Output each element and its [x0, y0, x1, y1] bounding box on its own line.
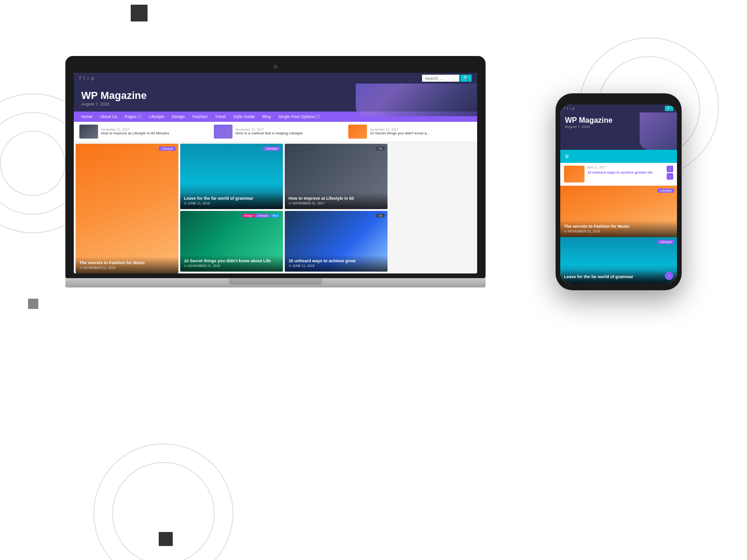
card-tag-5: De: [376, 214, 385, 217]
search-button[interactable]: 🔍: [460, 75, 472, 82]
phone-article-thumb: [564, 166, 585, 182]
laptop: f t i p 🔍 WP Magazine August 7, 2023: [65, 56, 486, 287]
laptop-stand: [229, 278, 322, 285]
breaking-news-bar: November 21, 2017 How to Improve at Life…: [74, 122, 477, 142]
next-arrow[interactable]: ›: [667, 173, 673, 180]
tag-blue-4: Blue: [271, 214, 280, 217]
breaking-title-3[interactable]: 10 Secret things you didn't know a...: [370, 131, 430, 135]
phone-article-text: April 21, 2017 15 unheard ways to achiev…: [587, 166, 653, 175]
nav-trend[interactable]: Trend: [211, 112, 229, 122]
phone-facebook-icon[interactable]: f: [564, 106, 565, 111]
article-grid: Lifestyle The secrets to Fashion for Mus…: [74, 142, 477, 273]
card-overlay-5: 15 unheard ways to achieve great ⊙ JUNE …: [285, 255, 388, 272]
phone-notch: [600, 93, 637, 102]
scroll-up-button[interactable]: ↑: [665, 272, 673, 280]
card-overlay-1: The secrets to Fashion for Music ⊙ NOVEM…: [76, 257, 178, 273]
pinterest-icon[interactable]: p: [92, 76, 94, 81]
card-title-2: Leave for the far world of grammar: [184, 196, 279, 201]
phone-card-title-2: Leave for the far world of grammar: [564, 274, 673, 279]
logo-area: WP Magazine August 7, 2023: [81, 90, 147, 106]
phone-header-image: [640, 112, 677, 150]
laptop-screen: f t i p 🔍 WP Magazine August 7, 2023: [74, 73, 477, 273]
nav-home[interactable]: Home: [78, 112, 96, 122]
tag-design-4: Design: [242, 214, 255, 217]
hamburger-icon[interactable]: ≡: [565, 153, 569, 160]
phone-search-button[interactable]: 🔍: [665, 106, 673, 111]
card-date-2: ⊙ JUNE 11, 2018: [184, 202, 279, 205]
nav-pages[interactable]: Pages ☐: [121, 112, 145, 122]
breaking-title-1[interactable]: How to Improve at Lifestyle in 60 Minute…: [101, 131, 169, 135]
card-overlay-3: How to Improve at Lifestyle in 60 ⊙ NOVE…: [285, 192, 388, 209]
phone-twitter-icon[interactable]: t: [567, 106, 568, 111]
breaking-date-2: November 21, 2017: [235, 128, 303, 131]
breaking-date-1: November 21, 2017: [101, 128, 169, 131]
phone-card-title-1: The secrets to Fashion for Music: [564, 224, 673, 229]
nav-style-guide[interactable]: Style Guide: [229, 112, 259, 122]
breaking-text-1: November 21, 2017 How to Improve at Life…: [101, 128, 169, 135]
laptop-screen-outer: f t i p 🔍 WP Magazine August 7, 2023: [65, 56, 486, 278]
nav-design[interactable]: Design: [168, 112, 189, 122]
card-tags-4: Design Lifestyle Blue: [242, 214, 280, 217]
breaking-text-3: November 21, 2017 10 Secret things you d…: [370, 128, 430, 135]
card-tag-3: De: [376, 147, 385, 150]
phone-screen: f t i p 🔍 WP Magazine August 7, 2023 ≡: [560, 105, 677, 284]
card-date-3: ⊙ NOVEMBER 21, 2017: [289, 202, 384, 205]
card-title-5: 15 unheard ways to achieve great: [289, 259, 384, 263]
site-title: WP Magazine: [81, 90, 147, 102]
phone-nav-arrows: ‹ ›: [667, 166, 673, 180]
card-date-5: ⊙ JUNE 11, 2018: [289, 264, 384, 268]
phone-instagram-icon[interactable]: i: [570, 106, 571, 111]
phone-article-date: April 21, 2017: [587, 166, 653, 169]
breaking-text-2: November 21, 2017 Here is a method that …: [235, 128, 303, 135]
twitter-icon[interactable]: t: [84, 76, 85, 81]
grid-card-3[interactable]: De How to Improve at Lifestyle in 60 ⊙ N…: [285, 144, 388, 209]
search-input[interactable]: [422, 75, 459, 82]
phone-pinterest-icon[interactable]: p: [572, 106, 574, 111]
grid-card-5[interactable]: De 15 unheard ways to achieve great ⊙ JU…: [285, 211, 388, 272]
phone-article-title[interactable]: 15 unheard ways to achieve greater life: [587, 170, 653, 175]
card-overlay-4: 10 Secret things you didn't know about L…: [180, 255, 283, 272]
instagram-icon[interactable]: i: [88, 76, 89, 81]
nav-about[interactable]: About Us: [96, 112, 121, 122]
card-title-4: 10 Secret things you didn't know about L…: [184, 259, 279, 263]
phone-card-tag-1: Lifestyle: [657, 189, 674, 193]
tag-lifestyle-4: Lifestyle: [256, 214, 270, 217]
phone-card-date-1: ⊙ NOVEMBER 21, 2018: [564, 230, 673, 233]
prev-arrow[interactable]: ‹: [667, 166, 673, 172]
search-area[interactable]: 🔍: [422, 75, 472, 82]
phone-card-overlay-2: Leave for the far world of grammar: [560, 271, 677, 284]
card-title-3: How to Improve at Lifestyle in 60: [289, 196, 384, 201]
phone: f t i p 🔍 WP Magazine August 7, 2023 ≡: [556, 93, 682, 290]
facebook-icon[interactable]: f: [79, 76, 81, 81]
site-header: WP Magazine August 7, 2023: [74, 84, 477, 112]
phone-article-row[interactable]: April 21, 2017 15 unheard ways to achiev…: [560, 163, 677, 186]
site-topbar: f t i p 🔍: [74, 73, 477, 84]
phone-outer: f t i p 🔍 WP Magazine August 7, 2023 ≡: [556, 93, 682, 290]
breaking-date-3: November 21, 2017: [370, 128, 430, 131]
phone-card-1[interactable]: Lifestyle The secrets to Fashion for Mus…: [560, 186, 677, 237]
nav-blog[interactable]: Blog: [259, 112, 275, 122]
grid-card-2[interactable]: Lifestyle Leave for the far world of gra…: [180, 144, 283, 209]
grid-card-1[interactable]: Lifestyle The secrets to Fashion for Mus…: [76, 144, 178, 273]
nav-fashion[interactable]: Fashion: [189, 112, 211, 122]
card-title-1: The secrets to Fashion for Music: [79, 260, 175, 265]
phone-header: WP Magazine August 7, 2023: [560, 112, 677, 150]
breaking-item-2: November 21, 2017 Here is a method that …: [214, 125, 337, 139]
breaking-thumb-2: [214, 125, 233, 139]
card-date-4: ⊙ NOVEMBER 21, 2018: [184, 264, 279, 268]
nav-single-post[interactable]: Single Post Options ☐: [275, 112, 324, 122]
nav-lifestyle[interactable]: Lifestyle: [145, 112, 168, 122]
site-date: August 7, 2023: [81, 102, 147, 106]
laptop-camera: [273, 64, 278, 69]
breaking-item-3: November 21, 2017 10 Secret things you d…: [348, 125, 472, 139]
breaking-title-2[interactable]: Here is a method that is helping Lifesty…: [235, 131, 303, 135]
laptop-base: [65, 278, 486, 287]
phone-topbar: f t i p 🔍: [560, 105, 677, 112]
grid-card-4[interactable]: Design Lifestyle Blue 10 Secret things y…: [180, 211, 283, 272]
card-tag-2: Lifestyle: [263, 147, 280, 151]
phone-nav: ≡: [560, 150, 677, 163]
phone-card-2[interactable]: Lifestyle Leave for the far world of gra…: [560, 237, 677, 284]
breaking-item-1: November 21, 2017 How to Improve at Life…: [79, 125, 203, 139]
social-icons: f t i p: [79, 76, 94, 81]
header-hero-image: [356, 84, 477, 116]
